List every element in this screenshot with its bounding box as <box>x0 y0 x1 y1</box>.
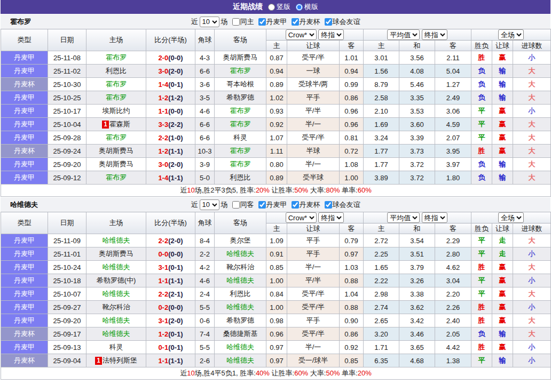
team-name-text: 霍布罗 <box>230 107 251 115</box>
league-type-badge: 丹麦甲 <box>1 171 48 185</box>
avg-home-odds: 2.58 <box>364 91 399 105</box>
cup-filter-option[interactable]: 丹麦杯 <box>292 200 320 210</box>
team-name-text: 桑德捷斯基 <box>223 330 258 338</box>
match-row: 丹麦杯25-09-24奥胡斯费马1-2(1-1)10-3霍布罗1.11半球0.7… <box>1 145 551 158</box>
cup-checkbox-label: 丹麦杯 <box>300 17 320 27</box>
result-wdl: 平 <box>471 234 492 247</box>
crow-home-odds: 0.97 <box>266 341 287 354</box>
same-venue-label: 同客 <box>240 200 254 210</box>
match-date: 25-10-24 <box>48 261 86 274</box>
match-row: 丹麦甲25-10-24哈维德夫3-1(0-1)4-2靴尔科治0.85半/一1.0… <box>1 261 551 274</box>
match-row: 丹麦甲25-10-18希勒罗德(中)1-1(1-1)4-6哈维德夫1.00平/半… <box>1 274 551 287</box>
avg-draw-odds: 5.46 <box>399 78 435 91</box>
layout-horizontal-option[interactable]: 横版 <box>296 2 318 12</box>
match-date: 25-10-30 <box>48 78 86 91</box>
fulltime-score: 3-3 <box>158 121 168 129</box>
halftime-score: (2-1) <box>168 290 183 298</box>
odds-stage-select[interactable]: 终指 <box>318 212 344 223</box>
crow-home-odds: 1.09 <box>266 234 287 247</box>
corner-count: 8-4 <box>195 234 215 247</box>
result-wdl: 平 <box>471 274 492 287</box>
avg-away-odds: 2.07 <box>435 131 471 145</box>
crow-away-odds: 0.85 <box>340 354 364 367</box>
avg-away-odds: 3.04 <box>435 274 471 287</box>
avg-away-odds: 2.40 <box>435 314 471 327</box>
crow-away-odds: 0.97 <box>340 247 364 261</box>
match-score: 1-4(0-1) <box>146 78 195 91</box>
average-select[interactable]: 平均值 <box>387 29 420 40</box>
match-date: 25-09-28 <box>48 131 86 145</box>
vertical-radio[interactable] <box>268 4 275 11</box>
same-venue-checkbox[interactable] <box>232 201 240 209</box>
crow-home-odds: 0.94 <box>266 65 287 78</box>
friendly-checkbox[interactable] <box>325 201 332 209</box>
match-count-select[interactable]: 10 <box>200 199 219 210</box>
fulltime-select[interactable]: 全场 <box>498 212 524 223</box>
friendly-filter-option[interactable]: 球会友谊 <box>325 200 360 210</box>
halftime-score: (1-0) <box>168 134 183 142</box>
same-venue-checkbox[interactable] <box>232 18 240 26</box>
summary-stat-value: 20% <box>256 186 270 194</box>
friendly-checkbox[interactable] <box>325 18 332 26</box>
friendly-filter-option[interactable]: 球会友谊 <box>325 17 360 27</box>
result-handicap: 赢 <box>492 105 513 118</box>
average-select[interactable]: 平均值 <box>387 212 420 223</box>
fulltime-select[interactable]: 全场 <box>498 29 524 40</box>
halftime-score: (1-1) <box>168 147 183 155</box>
avg-away-odds: 2.05 <box>435 327 471 341</box>
avg-stage-select[interactable]: 终指 <box>422 212 447 223</box>
cup-filter-option[interactable]: 丹麦杯 <box>292 17 320 27</box>
layout-vertical-option[interactable]: 竖版 <box>268 2 290 12</box>
team-name-text: 奥尔堡 <box>230 236 251 244</box>
match-row: 丹麦甲25-09-20哈维德夫3-1(2-0)0-6希勒罗德0.98平手0.90… <box>1 314 551 327</box>
match-score: 1-4(1-1) <box>146 171 195 185</box>
result-handicap: 赢 <box>492 274 513 287</box>
bookmaker-select[interactable]: Crow* <box>286 29 317 40</box>
match-row: 丹麦甲25-11-02利恩比3-0(2-0)6-6霍布罗0.94一球0.941.… <box>1 65 551 78</box>
avg-home-odds: 2.72 <box>364 234 399 247</box>
horizontal-radio[interactable] <box>296 4 303 11</box>
same-venue-option[interactable]: 同主 <box>232 17 254 27</box>
home-team: 霍布罗 <box>86 91 146 105</box>
halftime-score: (1-2) <box>168 94 183 102</box>
cup-checkbox[interactable] <box>292 201 299 209</box>
avg-home-odds: 6.35 <box>364 354 399 367</box>
avg-away-odds: 2.20 <box>435 287 471 301</box>
match-date: 25-11-01 <box>48 247 86 261</box>
result-goals: 小 <box>513 51 551 65</box>
league-filter-option[interactable]: 丹麦甲 <box>258 200 287 210</box>
result-handicap: 输 <box>492 354 513 367</box>
avg-away-odds: 1.80 <box>435 171 471 185</box>
summary-stat-value: 20% <box>358 369 372 377</box>
match-count-select[interactable]: 10 <box>200 17 219 27</box>
bookmaker-select[interactable]: Crow* <box>286 212 317 223</box>
corner-count: 4-6 <box>195 105 215 118</box>
league-filter-option[interactable]: 丹麦甲 <box>258 17 287 27</box>
result-goals: 小 <box>513 105 551 118</box>
team-name-text: 霍布罗 <box>106 53 127 61</box>
fulltime-score: 1-1 <box>158 277 168 285</box>
crow-handicap: 受半球 <box>287 171 340 185</box>
league-checkbox[interactable] <box>258 18 266 26</box>
league-checkbox[interactable] <box>258 201 266 209</box>
league-type-badge: 丹麦杯 <box>1 78 48 91</box>
odds-stage-select[interactable]: 终指 <box>318 29 344 40</box>
match-date: 25-09-27 <box>48 301 86 314</box>
match-date: 25-09-24 <box>48 145 86 158</box>
avg-stage-select[interactable]: 终指 <box>422 29 447 40</box>
team-name-text: 霍布罗 <box>230 67 251 75</box>
match-row: 丹麦甲25-09-20奥胡斯费马3-0(2-0)3-9霍布罗0.80半/一1.0… <box>1 158 551 171</box>
bookmaker-odds-group: Crow* 终指 <box>266 212 364 223</box>
team-name-text: 霍布罗 <box>230 147 251 155</box>
team-name: 霍布罗 <box>10 17 31 27</box>
halftime-score: (2-0) <box>168 237 183 245</box>
cup-checkbox[interactable] <box>292 18 299 26</box>
same-venue-option[interactable]: 同客 <box>232 200 254 210</box>
col-header-corner: 角球 <box>195 212 215 234</box>
fulltime-score: 3-1 <box>158 317 168 325</box>
team-name-text: 哥本哈根 <box>226 80 254 88</box>
match-row: 丹麦甲25-10-041霍森斯3-3(2-2)6-6霍布罗0.92半/一0.96… <box>1 118 551 131</box>
sub-header-avg-away: 客 <box>435 41 471 51</box>
league-type-badge: 丹麦甲 <box>1 261 48 274</box>
team-name-text: 奥胡斯费马 <box>99 147 133 155</box>
